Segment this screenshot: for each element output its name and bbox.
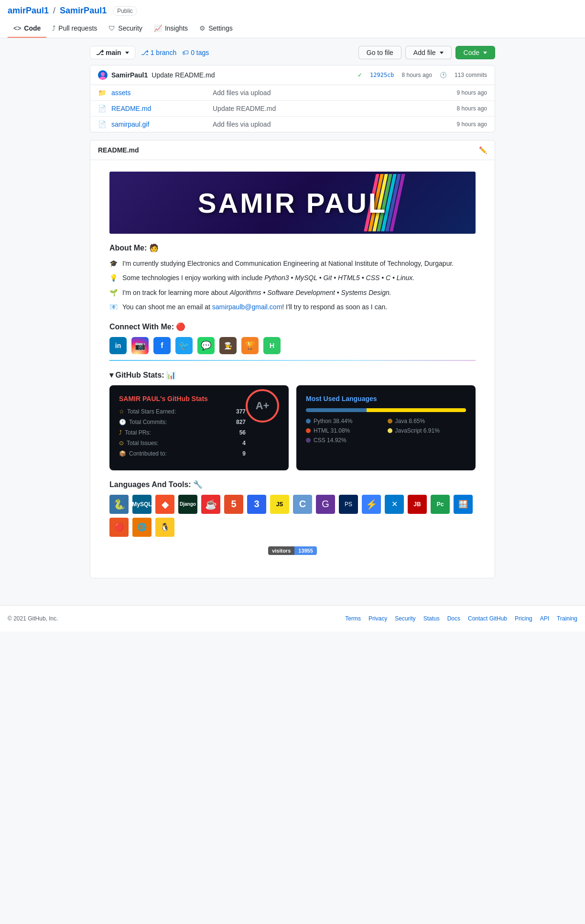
file-name[interactable]: samirpaul.gif [111,120,207,128]
lang-item: Python 38.44% [306,418,385,424]
file-time: 9 hours ago [457,89,487,96]
footer-terms-link[interactable]: Terms [345,615,361,622]
footer-training-link[interactable]: Training [557,615,577,622]
commit-author[interactable]: SamirPaul1 [111,71,148,79]
hackerrank-icon[interactable]: H [263,337,281,354]
social-divider [109,360,476,361]
lang-item: HTML 31.08% [306,427,385,434]
branches-link[interactable]: ⎇ 1 branch [141,49,176,56]
file-time: 9 hours ago [457,121,487,128]
footer-inner: © 2021 GitHub, Inc. Terms Privacy Securi… [8,615,577,622]
footer-privacy-link[interactable]: Privacy [368,615,387,622]
file-icon: 📄 [98,120,106,128]
branch-icon: ⎇ [96,49,104,56]
about-emoji: 🎓 [109,258,118,269]
commits-count[interactable]: 113 commits [455,72,487,78]
footer-contact-link[interactable]: Contact GitHub [468,615,507,622]
tab-insights[interactable]: 📈 Insights [148,20,194,38]
stats-row: ☆ Total Stars Earned: 377 [119,408,246,415]
footer-api-link[interactable]: API [540,615,549,622]
instagram-icon[interactable]: 📷 [131,337,149,354]
lang-bar [306,408,466,412]
lang-item: Java 8.65% [388,418,466,424]
java-tool-icon: ☕ [201,495,220,514]
tab-settings[interactable]: ⚙ Settings [194,20,238,38]
banner-text: SAMIR PAUL [198,187,388,219]
vscode-tool-icon: ✕ [385,495,404,514]
code-icon: <> [13,24,21,32]
tab-code[interactable]: <> Code [8,20,46,38]
issue-icon: ⊙ [119,440,124,446]
connect-heading: Connect With Me: 🔴 [109,322,476,331]
about-emoji: 📧 [109,302,118,312]
footer-docs-link[interactable]: Docs [447,615,460,622]
pr-stat-icon: ⤴ [119,429,122,436]
commit-message: Update README.md [152,71,215,79]
stats-card-right: Most Used Languages Python 38.44% Java 8… [296,385,476,470]
readme-body: SAMIR PAUL About Me: 🧑 🎓 I'm currently s… [90,160,495,566]
insights-icon: 📈 [154,24,162,32]
footer-copyright: © 2021 GitHub, Inc. [8,615,58,622]
footer-status-link[interactable]: Status [423,615,440,622]
readme-section: README.md ✏️ SA [90,140,495,578]
codechef-icon[interactable]: 👨‍🍳 [219,337,237,354]
add-file-button[interactable]: Add file [405,46,452,59]
about-item: 🎓 I'm currently studying Electronics and… [109,258,476,269]
linkedin-icon[interactable]: in [109,337,127,354]
repo-name[interactable]: SamirPaul1 [60,6,107,15]
ubuntu-tool-icon: 🔴 [109,518,129,537]
django-tool-icon: Django [178,495,197,514]
facebook-icon[interactable]: f [153,337,171,354]
tab-security[interactable]: 🛡 Security [103,20,148,38]
branch-bar: ⎇ main ⎇ 1 branch 🏷 0 tags Go to file Ad… [90,46,495,59]
repo-title-bar: amirPaul1 / SamirPaul1 Public [8,0,577,20]
commit-hash[interactable]: 12925cb [370,72,394,78]
email-link[interactable]: samirpaulb@gmail.com [212,303,282,311]
footer-pricing-link[interactable]: Pricing [515,615,532,622]
repo-nav: <> Code ⤴ Pull requests 🛡 Security 📈 Ins… [8,20,577,38]
repo-owner[interactable]: amirPaul1 [8,6,49,15]
stats-row: 📦 Contributed to: 9 [119,450,246,457]
git-tool-icon: ◆ [155,495,174,514]
tab-pull-requests[interactable]: ⤴ Pull requests [46,20,103,38]
check-icon: ✓ [358,72,362,78]
file-commit-msg: Add files via upload [213,120,451,128]
file-name[interactable]: README.md [111,105,207,112]
css-dot [306,438,311,443]
code-button[interactable]: Code [455,46,495,59]
c-tool-icon: C [293,495,312,514]
commit-icon: 🕐 [119,419,126,425]
file-name[interactable]: assets [111,89,207,97]
visitor-count: 13955 [294,546,317,555]
stats-value: 4 [242,440,246,446]
whatsapp-icon[interactable]: 💬 [197,337,215,354]
stats-value: 56 [239,429,246,436]
stats-label: 🕐 Total Commits: [119,419,167,425]
gatsby-tool-icon: G [316,495,335,514]
about-me-section: About Me: 🧑 🎓 I'm currently studying Ele… [109,243,476,313]
twitter-icon[interactable]: 🐦 [175,337,193,354]
commit-time: 8 hours ago [402,72,432,78]
stats-value: 9 [242,450,246,457]
about-text: I'm on track for learning more about Alg… [122,287,391,298]
stats-label: 📦 Contributed to: [119,450,167,457]
python-tool-icon: 🐍 [109,495,129,514]
branch-selector[interactable]: ⎇ main [90,46,135,59]
about-heading: About Me: 🧑 [109,243,476,252]
tools-heading: Languages And Tools: 🔧 [109,480,476,489]
stats-label: ☆ Total Stars Earned: [119,408,176,415]
tags-link[interactable]: 🏷 0 tags [182,49,209,56]
edit-icon[interactable]: ✏️ [479,146,487,154]
tools-grid: 🐍 MySQL ◆ Django ☕ 5 3 JS C G PS ⚡ ✕ JB … [109,495,476,537]
stats-value: 827 [236,419,246,425]
go-to-file-button[interactable]: Go to file [358,46,401,59]
tag-icon: 🏷 [182,49,189,56]
footer-security-link[interactable]: Security [395,615,415,622]
stats-label: ⤴ Total PRs: [119,429,151,436]
stats-label: ⊙ Total Issues: [119,440,159,446]
stats-cards: SAMIR PAUL's GitHub Stats ☆ Total Stars … [109,385,476,470]
visitor-badge: visitors 13955 [109,546,476,555]
java-dot [388,419,392,424]
blender-tool-icon: 🌐 [132,518,152,537]
stackoverflow-icon[interactable]: 🏆 [241,337,259,354]
